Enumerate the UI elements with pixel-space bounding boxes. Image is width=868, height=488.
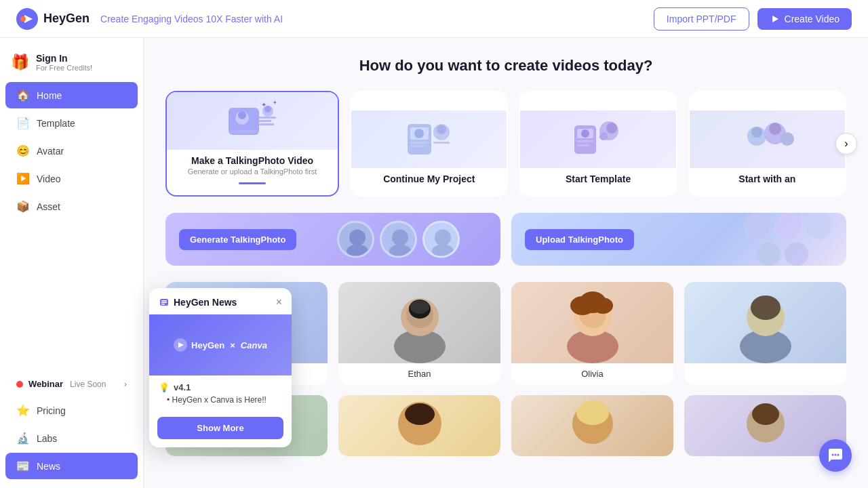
avatar-img-ethan — [338, 282, 500, 363]
svg-rect-19 — [410, 142, 429, 144]
pricing-icon: ⭐ — [16, 404, 30, 417]
talking-photo-img-area: ✦ ✦ · — [167, 92, 338, 150]
sidebar-item-webinar[interactable]: Webinar Live Soon › — [5, 372, 138, 396]
news-popup-image: HeyGen × Canva — [149, 314, 292, 375]
create-video-button[interactable]: Create Video — [757, 8, 852, 30]
template-icon: 📄 — [16, 117, 30, 129]
news-popup-title: HeyGen News — [174, 297, 237, 308]
sidebar-item-news[interactable]: 📰 News — [5, 453, 138, 479]
news-icon: 📰 — [16, 460, 30, 472]
logo-text: HeyGen — [43, 12, 90, 26]
avatar-card-olivia[interactable]: Olivia — [511, 282, 673, 384]
svg-point-38 — [347, 245, 368, 258]
svg-rect-73 — [161, 300, 167, 302]
talking-photo-sub: Generate or upload a TalkingPhoto first — [182, 167, 323, 176]
import-ppt-button[interactable]: Import PPT/PDF — [654, 7, 749, 30]
webinar-live-dot — [16, 381, 23, 388]
sidebar-news-label: News — [37, 461, 60, 472]
svg-point-54 — [410, 300, 429, 314]
active-card-indicator — [239, 182, 266, 184]
start-avatar-img-area — [690, 110, 845, 168]
upload-talking-photo-button[interactable]: Upload TalkingPhoto — [525, 229, 634, 250]
labs-icon: 🔬 — [16, 432, 30, 445]
logo[interactable]: HeyGen — [16, 8, 90, 30]
avatar-card-6[interactable] — [338, 395, 500, 456]
light-bulb-icon: 💡 — [159, 382, 170, 392]
avatar6-svg — [386, 395, 454, 456]
sidebar-template-label: Template — [37, 118, 75, 129]
svg-point-18 — [414, 129, 424, 138]
option-card-start-avatar[interactable]: Start with an — [688, 91, 846, 197]
avatar-card-ethan[interactable]: Ethan — [338, 282, 500, 384]
sidebar: 🎁 Sign In For Free Credits! 🏠 Home 📄 Tem… — [0, 38, 144, 488]
svg-point-80 — [837, 454, 840, 456]
sidebar-item-template[interactable]: 📄 Template — [5, 110, 138, 136]
header-right: Import PPT/PDF Create Video — [654, 7, 852, 30]
svg-point-67 — [405, 403, 435, 425]
generate-talking-photo-banner[interactable]: Generate TalkingPhoto — [165, 213, 500, 266]
news-show-more-button[interactable]: Show More — [157, 417, 283, 439]
avatar8-svg — [732, 395, 800, 456]
carousel-next-button[interactable]: › — [835, 133, 857, 155]
sidebar-asset-label: Asset — [37, 201, 60, 212]
sidebar-item-pricing[interactable]: ⭐ Pricing — [5, 397, 138, 424]
news-popup-icon — [159, 297, 170, 308]
news-close-button[interactable]: × — [276, 296, 282, 308]
sidebar-item-avatar[interactable]: 😊 Avatar — [5, 138, 138, 164]
avatar-img-7 — [511, 395, 673, 456]
svg-text:✦: ✦ — [273, 100, 277, 106]
svg-rect-23 — [433, 142, 450, 144]
option-card-start-template[interactable]: Start Template — [519, 91, 677, 197]
svg-point-39 — [392, 230, 408, 246]
app-header: HeyGen Create Engaging Videos 10X Faster… — [0, 0, 868, 38]
generate-talking-photo-button[interactable]: Generate TalkingPhoto — [179, 229, 296, 250]
avatar-img-olivia — [511, 282, 673, 363]
option-card-talking-photo[interactable]: ✦ ✦ · Make a TalkingPhoto Video Generate… — [165, 91, 339, 197]
continue-illustration — [402, 117, 456, 161]
sidebar-item-labs[interactable]: 🔬 Labs — [5, 425, 138, 451]
option-card-continue[interactable]: Continue My Project — [350, 91, 508, 197]
svg-point-6 — [238, 111, 246, 119]
svg-rect-74 — [161, 302, 167, 304]
olivia-avatar-svg — [559, 282, 627, 363]
news-popup-body: 💡 v4.1 • HeyGen x Canva is Here!! — [149, 375, 292, 411]
sign-in-section[interactable]: 🎁 Sign In For Free Credits! — [0, 46, 143, 81]
svg-rect-7 — [230, 130, 258, 134]
sidebar-item-home[interactable]: 🏠 Home — [5, 82, 138, 108]
sidebar-video-label: Video — [37, 174, 61, 184]
svg-point-37 — [349, 230, 366, 246]
talking-photo-illustration: ✦ ✦ · — [222, 98, 283, 145]
sidebar-item-video[interactable]: ▶️ Video — [5, 165, 138, 192]
svg-point-31 — [599, 132, 608, 140]
webinar-label: Webinar — [28, 379, 63, 389]
avatar4-name — [760, 363, 771, 374]
banner-left-art — [337, 221, 460, 258]
svg-rect-13 — [259, 117, 276, 119]
logo-icon — [16, 8, 38, 30]
sidebar-item-asset[interactable]: 📦 Asset — [5, 193, 138, 220]
header-tagline: Create Engaging Videos 10X Faster with A… — [100, 14, 283, 24]
ethan-name: Ethan — [403, 363, 437, 384]
chevron-right-icon: › — [124, 379, 127, 389]
video-option-cards: ✦ ✦ · Make a TalkingPhoto Video Generate… — [165, 91, 846, 197]
svg-rect-28 — [577, 144, 589, 146]
talking-photo-label: Make a TalkingPhoto Video — [186, 155, 319, 166]
svg-rect-15 — [259, 123, 274, 125]
news-bullet-item: • HeyGen x Canva is Here!! — [167, 395, 282, 405]
start-template-label: Start Template — [560, 174, 636, 184]
continue-img-area — [351, 110, 507, 168]
svg-text:·: · — [256, 99, 257, 104]
avatar-card-7[interactable] — [511, 395, 673, 456]
avatar-card-4[interactable] — [684, 282, 846, 384]
svg-point-79 — [835, 454, 837, 456]
chat-fab-button[interactable] — [819, 439, 852, 472]
svg-rect-20 — [410, 145, 424, 147]
svg-marker-3 — [772, 16, 778, 22]
upload-talking-photo-banner[interactable]: Upload TalkingPhoto — [511, 213, 846, 266]
svg-point-2 — [20, 16, 26, 22]
svg-point-71 — [752, 403, 779, 425]
avatar4-svg — [732, 282, 800, 363]
svg-point-35 — [769, 123, 781, 135]
svg-point-22 — [437, 125, 446, 134]
sign-in-sub: For Free Credits! — [36, 64, 92, 72]
